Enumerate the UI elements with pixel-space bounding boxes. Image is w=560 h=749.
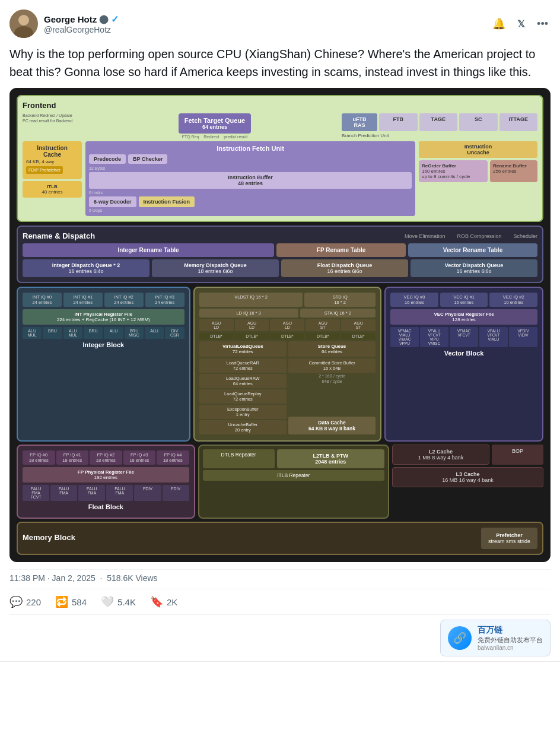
vec-block-title: Vector Block [390,350,537,357]
int-block-title: Integer Block [23,341,184,348]
dtlb-4: DTLB* [341,333,376,339]
l2-cache: L2 Cache 1 MB 8 way 4 bank [392,445,489,465]
vec-iq-1: VEC IQ #116 entries [440,293,488,307]
bp-checker-box: BP Checker [128,154,167,164]
rob-block: ReOrder Buffer 160 entires up to 8 commi… [419,160,488,182]
icache-block: InstructionCache 64 KB, 4 way FDIP Prefe… [23,141,82,179]
ibuf-block: Instruction Buffer 48 entries [89,172,412,189]
fp-block: FP IQ #018 entries FP IQ #118 entries FP… [17,445,195,519]
bookmark-icon: 🔖 [150,595,163,608]
tage-box: TAGE [419,113,458,131]
retweet-icon: 🔁 [55,595,68,608]
agu-st-0: AGUST [306,319,340,331]
rename-dispatch-section: Rename & Dispatch Move Elimination ROB C… [17,226,543,283]
dtlb-0: DTLB* [199,333,234,339]
scheduler-label: Scheduler [513,233,537,239]
fp-iq-2: FP IQ #218 entries [90,450,122,465]
itlb-block: ITLB 48 entries [23,181,82,198]
sc-box: SC [459,113,498,131]
tweet-stats: 💬 220 🔁 584 🤍 5.4K 🔖 2K [9,589,551,615]
int-units-row: ALUMUL BRU ALUMUL BRU ALU BRUMISC ALU DI… [23,327,184,339]
bookmarks-stat[interactable]: 🔖 2K [150,595,177,608]
ad-banner: 🔗 百万链 免费外链自助发布平台 baiwanlian.cn [440,620,551,656]
int-rename-table: Integer Rename Table [23,243,274,257]
retweets-stat[interactable]: 🔁 584 [55,595,87,608]
predecode-box: Predecode [89,154,126,164]
fp-iq-4: FP IQ #418 entries [157,450,189,465]
gray-badge-icon: ⬤ [99,14,109,24]
bpu-label: Branch Prediction Unit [342,133,537,138]
data-cache: Data Cache64 KB 8 way 8 bank [288,417,376,434]
memory-block: Memory Block Prefetcher stream sms strid… [17,522,543,555]
display-name: George Hotz [44,14,97,24]
vec-iq-2: VEC IQ #210 entries [489,293,537,307]
bop: BOP [492,445,543,465]
ifu-title: Instruction Fetch Unit [89,145,412,152]
dtlb-2: DTLB* [270,333,304,339]
likes-count: 5.4K [117,597,136,607]
int-iq-2: iNT IQ #224 entries [104,293,144,307]
vec-rf: VEC Physical Register File 128 entries [390,309,537,325]
uftb-box: uFTBRAS [342,113,377,131]
vec-block: VEC IQ #016 entries VEC IQ #116 entries … [384,287,543,442]
vldst-iq: VLDST IQ 16 * 2 [199,293,303,307]
vec-rename-table: Vector Rename Table [408,243,537,257]
dtlb-rep: DTLB Repeater [203,449,275,468]
author-info: George Hotz ⬤ ✓ @realGeorgeHotz [44,14,119,34]
mem-dq: Memory Dispatch Queue 18 entries 6i6o [152,259,279,277]
ifu-block: Instruction Fetch Unit Predecode BP Chec… [85,141,415,216]
verified-badge-icon: ✓ [111,14,119,25]
cstore-buf: Committed Store Buffer16 x 64B [288,358,376,373]
fp-rename-table: FP Rename Table [276,243,406,257]
replies-stat[interactable]: 💬 220 [9,595,41,608]
x-logo-button[interactable]: 𝕏 [515,16,527,32]
fp-iq-1: FP IQ #118 entries [56,450,89,465]
author-handle[interactable]: @realGeorgeHotz [44,25,119,34]
fp-iq-3: FP IQ #318 entries [123,450,156,465]
fdip-box: FDIP Prefetcher [26,166,63,174]
ad-text: 百万链 免费外链自助发布平台 baiwanlian.cn [478,625,543,651]
prefetcher-block: Prefetcher stream sms stride [481,528,537,549]
tweet-header: George Hotz ⬤ ✓ @realGeorgeHotz 🔔 𝕏 ••• [9,9,551,38]
ad-subtitle: 免费外链自助发布平台 [478,636,543,645]
fp-iq-0: FP IQ #018 entries [23,450,55,465]
rob-compress-label: ROB Compression [457,233,501,239]
agu-ld-0: AGULD [199,319,234,331]
more-options-button[interactable]: ••• [534,15,551,33]
rename-buf-block: Rename Buffer 256 entries [490,160,537,182]
fp-block-title: Float Block [23,503,189,510]
notification-button[interactable]: 🔔 [490,15,508,33]
tweet-timestamp: 11:38 PM · Jan 2, 2025 · 518.6K Views [9,569,551,583]
int-iq-0: INT IQ #024 entries [23,293,62,307]
author-name[interactable]: George Hotz ⬤ ✓ [44,14,119,25]
timestamp-text: 11:38 PM · Jan 2, 2025 [9,573,96,583]
move-elim-label: Move Elimination [405,233,446,239]
l2tlb-ptw: L2TLB & PTW 2048 entries [277,449,384,468]
ittage-box: ITTAGE [499,113,538,131]
stq: Store Queue64 entries [288,341,376,357]
cpu-diagram: Frontend Backend Redirect / Update PC re… [9,88,551,562]
avatar[interactable] [9,9,38,38]
int-dq: Integer Dispatch Queue * 2 16 entries 6i… [23,259,149,277]
fusion-block: Instruction Fusion [139,196,195,207]
bookmarks-count: 2K [167,597,177,607]
vec-dq: Vector Dispatch Queue 16 entries 6i6o [411,259,537,277]
likes-stat[interactable]: 🤍 5.4K [101,595,136,608]
reply-icon: 💬 [9,595,23,608]
ftq-block: Fetch Target Queue 64 entries [179,113,251,134]
memory-block-title: Memory Block [23,533,475,542]
agu-ld-1: AGULD [235,319,269,331]
svg-point-1 [18,15,29,26]
tweet-container: George Hotz ⬤ ✓ @realGeorgeHotz 🔔 𝕏 ••• … [0,0,560,662]
vlq: VirtualLoadQueue72 entries [199,341,287,357]
like-icon: 🤍 [101,595,114,608]
tweet-author: George Hotz ⬤ ✓ @realGeorgeHotz [9,9,119,38]
ftb-box: FTB [379,113,418,131]
float-dq: Float Dispatch Queue 16 entries 6i6o [281,259,408,277]
dtlb-3: DTLB* [306,333,340,339]
dtlb-1: DTLB* [235,333,269,339]
fp-units-row: FALUFMAFCVT FALUFMA FALUFMA FALUFMA FDIV… [23,485,189,501]
vec-iq-0: VEC IQ #016 entries [390,293,438,307]
agu-st-1: AGUST [341,319,376,331]
sta-iq: STA IQ 16 * 2 [300,309,376,318]
